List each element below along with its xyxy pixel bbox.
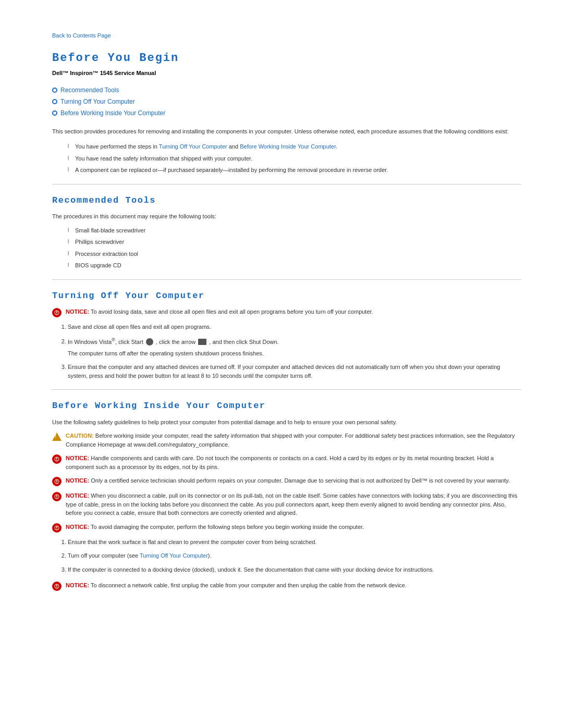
toc-bullet-3 <box>52 110 57 116</box>
turning-off-notice: NOTICE: To avoid losing data, save and c… <box>52 307 521 317</box>
before-working-intro: Use the following safety guidelines to h… <box>52 418 521 427</box>
notice-label-3: NOTICE: <box>66 492 89 499</box>
final-notice-text: NOTICE: NOTICE: To disconnect a network … <box>66 581 407 590</box>
notice-icon-3 <box>52 492 62 501</box>
arrow-icon <box>198 339 206 345</box>
toc-item-1[interactable]: Recommended Tools <box>52 85 521 95</box>
divider-1 <box>52 184 521 184</box>
step-2: In Windows Vista®, click Start , click t… <box>68 337 521 358</box>
bw-step-1: Ensure that the work surface is flat and… <box>68 538 521 547</box>
turning-off-heading: Turning Off Your Computer <box>52 289 521 303</box>
notice-block-1: NOTICE: Handle components and cards with… <box>52 454 521 471</box>
turning-off-notice-text: NOTICE: To avoid losing data, save and c… <box>66 307 373 316</box>
caution-icon <box>52 432 62 441</box>
step-3: Ensure that the computer and any attache… <box>68 363 521 380</box>
svg-point-11 <box>56 498 57 499</box>
tool-4: BIOS upgrade CD <box>68 261 521 270</box>
notice-label-1: NOTICE: <box>66 455 89 461</box>
notice-block-3: NOTICE: When you disconnect a cable, pul… <box>52 491 521 517</box>
toc-bullet-1 <box>52 88 57 93</box>
toc-list: Recommended Tools Turning Off Your Compu… <box>52 85 521 118</box>
tool-3: Processor extraction tool <box>68 250 521 258</box>
page-title: Before You Begin <box>52 50 521 67</box>
bw-step-2: Turn off your computer (see Turning Off … <box>68 551 521 560</box>
caution-text: CAUTION: Before working inside your comp… <box>66 431 521 449</box>
notice-icon-final <box>52 582 62 591</box>
link-before-working-inline[interactable]: Before Working Inside Your Computer <box>240 143 336 150</box>
intro-bullet-2: You have read the safety information tha… <box>68 154 521 163</box>
subtitle: Dell™ Inspiron™ 1545 Service Manual <box>52 69 521 78</box>
tool-2: Phillips screwdriver <box>68 238 521 246</box>
before-working-steps: Ensure that the work surface is flat and… <box>68 538 521 574</box>
notice-label-2: NOTICE: <box>66 477 89 484</box>
svg-point-5 <box>56 460 57 461</box>
notice-text-1: NOTICE: Handle components and cards with… <box>66 454 521 471</box>
svg-point-2 <box>56 314 57 315</box>
intro-text: This section provides procedures for rem… <box>52 127 521 136</box>
tools-list: Small flat-blade screwdriver Phillips sc… <box>68 226 521 270</box>
final-notice-block: NOTICE: NOTICE: To disconnect a network … <box>52 581 521 591</box>
notice-icon-1 <box>52 454 62 464</box>
intro-bullet-3: A component can be replaced or—if purcha… <box>68 166 521 175</box>
notice-label-4: NOTICE: <box>66 524 89 530</box>
tool-1: Small flat-blade screwdriver <box>68 226 521 235</box>
link-turning-off-step[interactable]: Turning Off Your Computer <box>140 552 208 559</box>
recommended-tools-heading: Recommended Tools <box>52 194 521 207</box>
bw-step-3: If the computer is connected to a dockin… <box>68 565 521 574</box>
divider-2 <box>52 279 521 280</box>
toc-link-before-working[interactable]: Before Working Inside Your Computer <box>60 108 165 118</box>
toc-link-recommended-tools[interactable]: Recommended Tools <box>60 85 119 95</box>
svg-point-14 <box>56 529 57 530</box>
divider-3 <box>52 389 521 390</box>
step-1: Save and close all open files and exit a… <box>68 323 521 331</box>
svg-point-17 <box>56 587 57 588</box>
toc-bullet-2 <box>52 99 57 104</box>
toc-item-3[interactable]: Before Working Inside Your Computer <box>52 108 521 118</box>
toc-item-2[interactable]: Turning Off Your Computer <box>52 97 521 106</box>
intro-bullets: You have performed the steps in Turning … <box>68 142 521 175</box>
notice-icon-turning-off <box>52 308 62 317</box>
link-turning-off-inline[interactable]: Turning Off Your Computer <box>159 143 227 150</box>
before-working-heading: Before Working Inside Your Computer <box>52 399 521 413</box>
back-to-contents-link[interactable]: Back to Contents Page <box>52 31 521 40</box>
notice-icon-4 <box>52 523 62 533</box>
caution-block: CAUTION: Before working inside your comp… <box>52 431 521 449</box>
notice-block-4: NOTICE: To avoid damaging the computer, … <box>52 523 521 533</box>
turning-off-steps: Save and close all open files and exit a… <box>68 323 521 380</box>
start-icon <box>146 338 153 346</box>
intro-bullet-1: You have performed the steps in Turning … <box>68 142 521 151</box>
caution-triangle <box>52 433 62 441</box>
notice-text-2: NOTICE: Only a certified service technic… <box>66 476 510 485</box>
notice-text-4: NOTICE: To avoid damaging the computer, … <box>66 523 364 532</box>
notice-label: NOTICE: <box>66 309 89 315</box>
notice-icon-2 <box>52 477 62 486</box>
final-notice-label: NOTICE: <box>66 582 89 588</box>
recommended-tools-intro: The procedures in this document may requ… <box>52 212 521 221</box>
caution-label: CAUTION: <box>66 433 94 439</box>
svg-point-8 <box>56 483 57 484</box>
notice-text-3: NOTICE: When you disconnect a cable, pul… <box>66 491 521 517</box>
notice-block-2: NOTICE: Only a certified service technic… <box>52 476 521 486</box>
toc-link-turning-off[interactable]: Turning Off Your Computer <box>60 97 135 106</box>
